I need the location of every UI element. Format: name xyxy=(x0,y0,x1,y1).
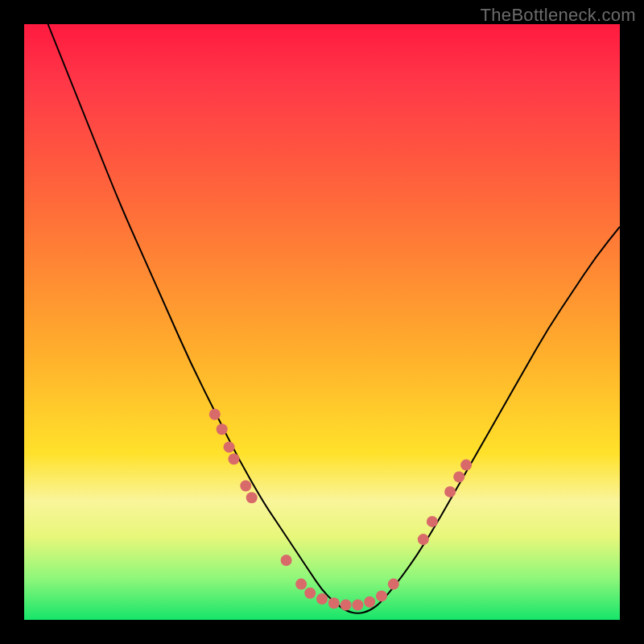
marker-dot xyxy=(281,555,292,566)
marker-dot xyxy=(352,600,363,611)
marker-dot xyxy=(295,579,307,590)
marker-dot xyxy=(240,481,251,492)
watermark-text: TheBottleneck.com xyxy=(481,5,636,26)
marker-dot xyxy=(444,486,456,497)
marker-dot xyxy=(388,579,399,590)
chart-svg xyxy=(24,24,620,620)
marker-dot xyxy=(376,590,387,601)
marker-dot xyxy=(304,588,316,599)
marker-dot xyxy=(246,492,258,503)
marker-dot xyxy=(224,441,235,452)
plot-area xyxy=(24,24,620,620)
marker-dot xyxy=(209,409,221,420)
marker-dot xyxy=(316,593,328,605)
marker-dot xyxy=(328,597,340,609)
marker-dot xyxy=(217,423,228,435)
marker-dot xyxy=(427,516,438,527)
marker-dot xyxy=(341,600,352,611)
bottleneck-curve xyxy=(48,24,620,613)
marker-dot xyxy=(364,597,375,608)
marker-dot xyxy=(228,453,239,464)
marker-dot xyxy=(418,534,429,545)
marker-dot xyxy=(460,460,472,471)
marker-dot xyxy=(453,471,464,482)
marker-layer xyxy=(209,409,472,611)
chart-stage: TheBottleneck.com xyxy=(0,0,644,644)
